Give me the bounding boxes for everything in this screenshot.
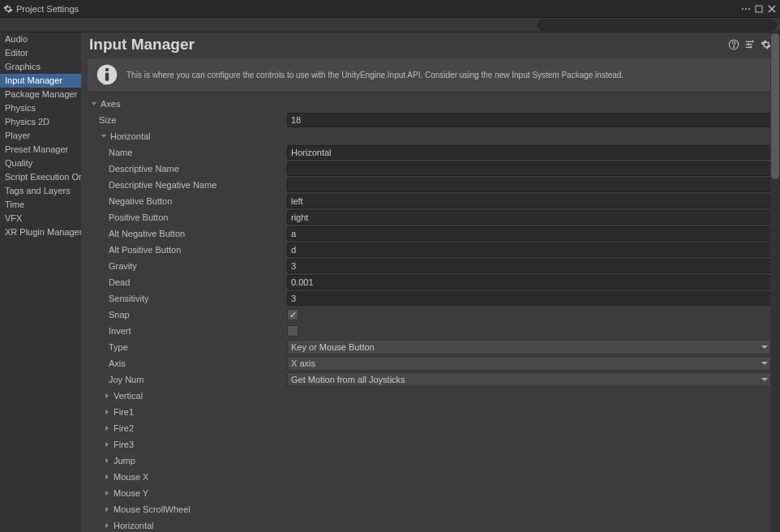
svg-point-0 [742,8,744,10]
joy-dropdown[interactable]: Get Motion from all Joysticks [287,372,774,387]
posbtn-input[interactable] [287,210,774,225]
dead-label: Dead [83,277,287,287]
posbtn-label: Positive Button [83,212,287,222]
window-menu-icon[interactable] [741,4,751,14]
axes-tree: Axes Size Horizontal Name Descriptive Na… [81,94,780,532]
axis-item[interactable]: Mouse ScrollWheel [114,504,191,514]
settings-presets-icon[interactable] [744,39,756,50]
axis-item[interactable]: Jump [114,456,135,466]
type-label: Type [83,342,287,352]
sidebar-item-time[interactable]: Time [0,198,81,212]
searchbar [0,18,780,32]
svg-rect-13 [752,41,754,43]
descneg-label: Descriptive Negative Name [83,180,287,190]
axis-item[interactable]: Horizontal [114,521,154,530]
type-dropdown[interactable]: Key or Mouse Button [287,340,774,354]
settings-sidebar: AudioEditorGraphicsInput ManagerPackage … [0,32,81,532]
maximize-icon[interactable] [754,4,764,14]
sidebar-item-quality[interactable]: Quality [0,157,81,170]
foldout-collapsed-icon[interactable] [102,472,112,482]
foldout-collapsed-icon[interactable] [102,440,112,449]
axis-item[interactable]: Fire3 [114,440,134,449]
sidebar-item-physics-2d[interactable]: Physics 2D [0,115,81,129]
scrollbar-vertical[interactable] [770,32,780,532]
axis-item[interactable]: Mouse X [114,472,148,482]
name-input[interactable] [287,145,774,160]
gravity-input[interactable] [287,259,774,273]
size-input[interactable] [287,113,774,127]
close-icon[interactable] [767,4,777,14]
desc-label: Descriptive Name [83,164,287,174]
name-label: Name [83,148,287,157]
altpos-input[interactable] [287,242,774,257]
invert-label: Invert [83,326,287,336]
info-icon [96,63,118,86]
sidebar-item-graphics[interactable]: Graphics [0,60,81,74]
sidebar-item-package-manager[interactable]: Package Manager [0,88,81,101]
svg-rect-14 [748,43,749,45]
axis-item[interactable]: Fire1 [114,407,134,417]
foldout-collapsed-icon[interactable] [102,521,112,530]
page-title: Input Manager [89,36,195,54]
svg-rect-10 [746,41,752,42]
size-label: Size [83,115,287,125]
sidebar-item-physics[interactable]: Physics [0,101,81,115]
gear-icon [3,4,13,14]
negbtn-label: Negative Button [83,196,287,206]
main-panel: Input Manager This is where you can conf… [81,32,780,532]
horizontal-label[interactable]: Horizontal [110,131,151,141]
foldout-collapsed-icon[interactable] [102,456,112,466]
axis-item[interactable]: Mouse Y [114,488,148,498]
window-title: Project Settings [16,4,79,14]
sidebar-item-tags-and-layers[interactable]: Tags and Layers [0,184,81,198]
search-input[interactable] [538,19,777,31]
svg-point-17 [105,68,109,71]
axis-dropdown[interactable]: X axis [287,356,774,371]
sens-label: Sensitivity [83,294,287,303]
altneg-label: Alt Negative Button [83,229,287,238]
altpos-label: Alt Positive Button [83,245,287,255]
axis-item[interactable]: Vertical [114,391,143,401]
sens-input[interactable] [287,291,774,306]
titlebar: Project Settings [0,0,780,18]
sidebar-item-script-execution-order[interactable]: Script Execution Order [0,170,81,184]
snap-checkbox[interactable] [287,309,298,320]
sidebar-item-player[interactable]: Player [0,129,81,143]
sidebar-item-xr-plugin-management[interactable]: XR Plugin Management [0,225,81,239]
sidebar-item-audio[interactable]: Audio [0,32,81,46]
dead-input[interactable] [287,275,774,290]
desc-input[interactable] [287,161,774,176]
snap-label: Snap [83,310,287,320]
svg-rect-3 [756,6,762,12]
svg-point-1 [745,8,747,10]
svg-point-2 [748,8,750,10]
sidebar-item-vfx[interactable]: VFX [0,212,81,225]
foldout-collapsed-icon[interactable] [102,391,112,401]
info-text: This is where you can configure the cont… [126,71,624,79]
altneg-input[interactable] [287,226,774,241]
svg-rect-15 [750,46,752,49]
axes-label[interactable]: Axes [101,99,120,109]
axis-label: Axis [83,358,287,368]
foldout-collapsed-icon[interactable] [102,504,112,514]
negbtn-input[interactable] [287,194,774,208]
svg-point-9 [733,47,734,48]
scrollbar-thumb[interactable] [771,33,779,179]
axis-item[interactable]: Fire2 [114,423,134,433]
joy-label: Joy Num [83,375,287,384]
sidebar-item-editor[interactable]: Editor [0,46,81,60]
foldout-collapsed-icon[interactable] [102,407,112,417]
sidebar-item-preset-manager[interactable]: Preset Manager [0,143,81,157]
gravity-label: Gravity [83,261,287,271]
help-icon[interactable] [728,39,739,50]
foldout-collapsed-icon[interactable] [102,488,112,498]
descneg-input[interactable] [287,178,774,192]
info-box: This is where you can configure the cont… [88,58,774,91]
foldout-expanded-icon[interactable] [99,131,109,141]
foldout-collapsed-icon[interactable] [102,423,112,433]
foldout-expanded-icon[interactable] [89,99,99,109]
sidebar-item-input-manager[interactable]: Input Manager [0,74,81,88]
svg-rect-18 [105,72,109,81]
invert-checkbox[interactable] [287,325,298,337]
